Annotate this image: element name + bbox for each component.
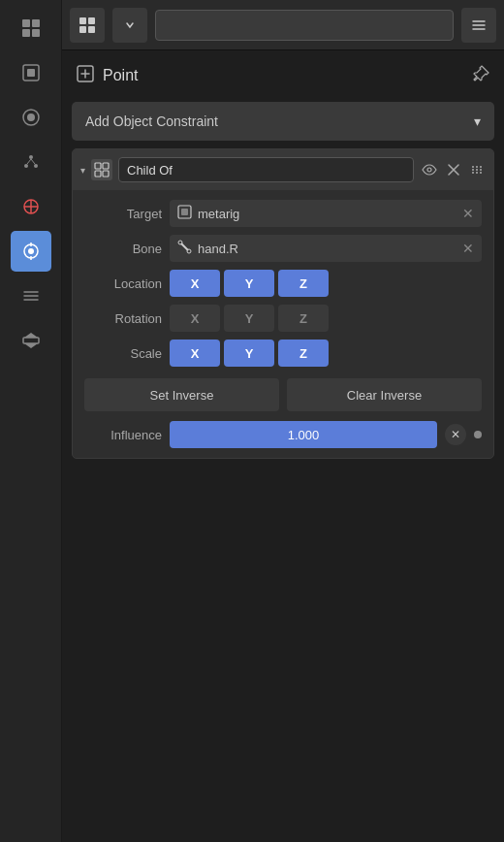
main-panel: Point Add Object Constraint ▾ ▾ bbox=[62, 0, 504, 842]
location-x-button[interactable]: X bbox=[170, 270, 220, 297]
add-constraint-label: Add Object Constraint bbox=[85, 113, 218, 129]
svg-rect-1 bbox=[32, 19, 40, 27]
rotation-x-button[interactable]: X bbox=[170, 305, 220, 332]
svg-rect-31 bbox=[103, 171, 109, 177]
sidebar-item-object[interactable] bbox=[11, 52, 51, 93]
svg-point-7 bbox=[27, 113, 35, 121]
svg-rect-0 bbox=[22, 19, 30, 27]
svg-point-34 bbox=[472, 169, 474, 171]
scale-row: Scale X Y Z bbox=[84, 340, 482, 367]
rotation-row: Rotation X Y Z bbox=[84, 305, 482, 332]
influence-reset-button[interactable]: ✕ bbox=[445, 424, 466, 445]
target-value-text: metarig bbox=[198, 207, 239, 221]
svg-marker-22 bbox=[24, 343, 38, 348]
location-label: Location bbox=[84, 276, 162, 291]
rotation-z-button[interactable]: Z bbox=[278, 305, 329, 332]
svg-point-8 bbox=[29, 155, 33, 159]
svg-point-39 bbox=[480, 166, 482, 168]
target-row: Target metarig ✕ bbox=[84, 200, 482, 227]
constraint-header-icons bbox=[420, 160, 486, 179]
eye-icon-button[interactable] bbox=[420, 160, 439, 179]
svg-point-33 bbox=[472, 166, 474, 168]
pin-button[interactable] bbox=[473, 65, 490, 86]
constraint-header: ▾ bbox=[73, 149, 493, 190]
svg-point-35 bbox=[472, 172, 474, 174]
sidebar-item-render[interactable] bbox=[11, 8, 51, 49]
svg-rect-29 bbox=[103, 163, 109, 169]
sidebar-item-material[interactable] bbox=[11, 97, 51, 138]
influence-keyframe-dot bbox=[474, 431, 482, 438]
svg-rect-2 bbox=[22, 29, 30, 37]
bone-clear-icon[interactable]: ✕ bbox=[462, 241, 474, 256]
sidebar-item-physics[interactable] bbox=[11, 186, 51, 227]
scale-x-button[interactable]: X bbox=[170, 340, 220, 367]
svg-rect-43 bbox=[181, 209, 188, 215]
svg-point-36 bbox=[476, 166, 478, 168]
svg-rect-26 bbox=[88, 26, 95, 33]
constraint-name-input[interactable] bbox=[118, 157, 414, 182]
location-y-button[interactable]: Y bbox=[224, 270, 274, 297]
scale-z-button[interactable]: Z bbox=[278, 340, 329, 367]
panel-type-icon bbox=[76, 64, 95, 86]
constraint-type-icon bbox=[91, 159, 112, 180]
inverse-row: Set Inverse Clear Inverse bbox=[84, 378, 482, 411]
influence-input[interactable] bbox=[177, 428, 429, 442]
target-value-icon bbox=[177, 205, 192, 222]
content-area: Point Add Object Constraint ▾ ▾ bbox=[62, 50, 504, 842]
scale-label: Scale bbox=[84, 346, 162, 361]
svg-point-17 bbox=[28, 248, 34, 254]
bone-label: Bone bbox=[84, 242, 162, 256]
panel-header: Point bbox=[72, 60, 494, 94]
bone-value-icon bbox=[177, 240, 192, 257]
menu-icon-button[interactable] bbox=[468, 161, 486, 178]
svg-rect-25 bbox=[79, 26, 86, 33]
topbar bbox=[62, 0, 504, 50]
topbar-layout-button[interactable] bbox=[70, 8, 105, 43]
rotation-xyz-group: X Y Z bbox=[170, 305, 329, 332]
rotation-label: Rotation bbox=[84, 311, 162, 326]
bone-value-text: hand.R bbox=[198, 242, 238, 256]
svg-line-11 bbox=[27, 159, 31, 164]
svg-rect-28 bbox=[95, 163, 101, 169]
svg-point-37 bbox=[476, 169, 478, 171]
sidebar bbox=[0, 0, 62, 842]
svg-line-46 bbox=[182, 244, 188, 250]
target-clear-icon[interactable]: ✕ bbox=[462, 206, 474, 221]
svg-rect-20 bbox=[23, 338, 39, 343]
add-constraint-chevron-icon: ▾ bbox=[474, 113, 481, 129]
sidebar-item-constraints[interactable] bbox=[11, 231, 51, 272]
rotation-y-button[interactable]: Y bbox=[224, 305, 274, 332]
influence-input-wrap[interactable] bbox=[170, 421, 437, 448]
bone-value-button[interactable]: hand.R ✕ bbox=[170, 235, 482, 262]
svg-rect-24 bbox=[88, 17, 95, 24]
svg-rect-3 bbox=[32, 29, 40, 37]
svg-rect-23 bbox=[79, 17, 86, 24]
set-inverse-button[interactable]: Set Inverse bbox=[84, 378, 279, 411]
sidebar-item-data[interactable] bbox=[11, 320, 51, 361]
close-icon-button[interactable] bbox=[445, 161, 462, 178]
sidebar-item-particles[interactable] bbox=[11, 142, 51, 182]
scale-y-button[interactable]: Y bbox=[224, 340, 274, 367]
bone-row: Bone hand.R ✕ bbox=[84, 235, 482, 262]
constraint-card: ▾ bbox=[72, 148, 494, 459]
svg-point-10 bbox=[34, 164, 38, 168]
sidebar-item-modifier[interactable] bbox=[11, 275, 51, 316]
svg-marker-21 bbox=[24, 333, 38, 338]
location-xyz-group: X Y Z bbox=[170, 270, 329, 297]
target-value-button[interactable]: metarig ✕ bbox=[170, 200, 482, 227]
topbar-menu-button[interactable] bbox=[461, 8, 496, 43]
scale-xyz-group: X Y Z bbox=[170, 340, 329, 367]
svg-point-40 bbox=[480, 169, 482, 171]
add-constraint-button[interactable]: Add Object Constraint ▾ bbox=[72, 102, 494, 141]
search-input[interactable] bbox=[155, 10, 454, 41]
svg-rect-5 bbox=[27, 69, 35, 77]
topbar-chevron-button[interactable] bbox=[112, 8, 147, 43]
collapse-arrow-icon[interactable]: ▾ bbox=[80, 165, 85, 176]
constraint-body: Target metarig ✕ Bone bbox=[73, 190, 493, 458]
clear-inverse-button[interactable]: Clear Inverse bbox=[287, 378, 482, 411]
target-label: Target bbox=[84, 207, 162, 221]
location-row: Location X Y Z bbox=[84, 270, 482, 297]
svg-point-38 bbox=[476, 172, 478, 174]
influence-label: Influence bbox=[84, 428, 162, 442]
location-z-button[interactable]: Z bbox=[278, 270, 329, 297]
